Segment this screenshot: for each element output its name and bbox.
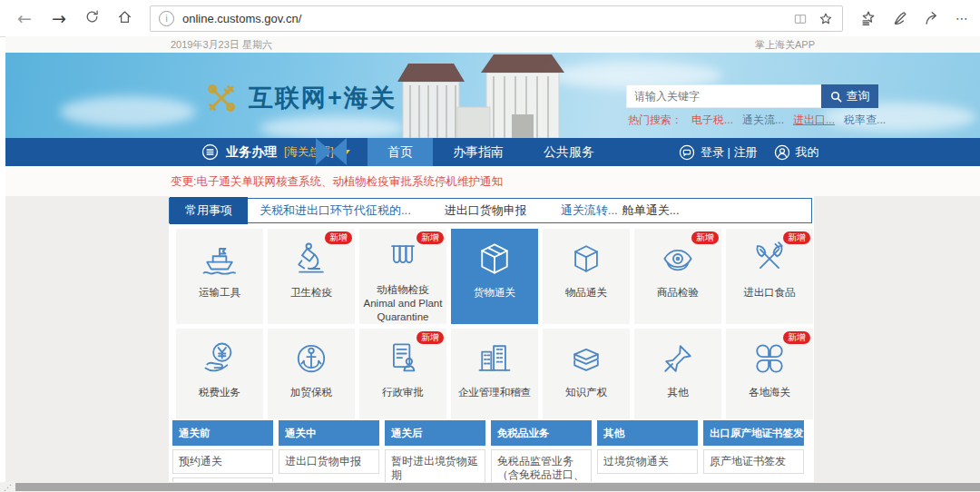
category-header[interactable]: 其他 [597,420,698,446]
service-card-8[interactable]: 加贸保税 [268,329,355,419]
service-label: 物品通关 [563,286,610,300]
mobile-app-link[interactable]: 掌上海关APP [755,38,815,52]
category-column-1: 通关中进出口货物申报 [279,420,379,474]
new-badge: 新增 [783,331,810,344]
service-label: 商品检验 [654,286,701,300]
my-account-link[interactable]: 我的 [774,144,819,161]
category-item[interactable]: 原产地证书签发 [703,449,804,474]
service-label: 进出口食品 [740,286,799,300]
site-topbar: 2019年3月23日 星期六 掌上海关APP [5,36,980,53]
service-card-10[interactable]: 企业管理和稽查 [451,329,538,419]
tab-1[interactable]: 关税和进出口环节代征税的... [260,202,411,219]
service-card-3[interactable]: 货物通关 [451,229,538,324]
hot-search-row: 热门搜索： 电子税...通关流...进出口...税率查... [628,113,886,128]
test-tubes-icon [383,237,423,278]
login-register-link[interactable]: 登录 | 注册 [679,144,758,161]
service-card-13[interactable]: 各地海关新增 [726,329,813,419]
forward-icon[interactable]: → [47,6,71,30]
search-button[interactable]: 查询 [821,84,878,108]
hot-search-link-2[interactable]: 进出口... [793,113,835,128]
favorite-star-icon[interactable] [818,12,833,26]
service-label: 其他 [665,386,691,399]
user-icon [774,144,790,161]
main-content: 常用事项关税和进出口环节代征税的...进出口货物申报通关流转...舱单通关...… [169,196,814,492]
menu-circle-icon [201,143,219,161]
account-area: 登录 | 注册 我的 [679,138,819,166]
category-header[interactable]: 免税品业务 [491,420,592,446]
category-item[interactable]: 预约通关 [172,449,273,474]
site-title: 互联网+海关 [249,82,397,114]
url-text[interactable]: online.customs.gov.cn/ [182,12,793,25]
date-label: 2019年3月23日 星期六 [171,38,272,52]
tab-2[interactable]: 进出口货物申报 [445,202,527,219]
service-card-9[interactable]: 行政审批新增 [359,329,446,419]
microscope-icon [291,237,331,280]
new-badge: 新增 [416,331,444,344]
site-logo[interactable]: 互联网+海关 [201,80,397,116]
category-tabs: 常用事项关税和进出口环节代征税的...进出口货物申报通关流转...舱单通关... [169,198,812,223]
service-card-1[interactable]: 卫生检疫新增 [268,229,355,324]
service-label: 知识产权 [563,386,610,399]
category-header[interactable]: 通关前 [172,420,273,446]
back-icon[interactable]: ← [13,6,36,30]
scrollbar-corner: ⋰ [4,483,12,492]
home-icon[interactable] [113,6,136,30]
hot-search-link-3[interactable]: 税率查... [844,113,886,128]
service-label: 动植物检疫 Animal and Plant Quarantine [359,283,446,324]
hot-search-link-1[interactable]: 通关流... [742,113,784,128]
category-header[interactable]: 通关中 [279,420,379,446]
tab-3[interactable]: 通关流转... [561,202,618,219]
service-card-0[interactable]: 运输工具 [176,229,263,324]
category-item[interactable]: 进出口货物申报 [279,449,379,474]
service-label: 运输工具 [196,286,243,300]
document-approval-icon [383,337,423,380]
nav-item-0[interactable]: 首页 [368,138,433,166]
chat-bubble-icon [679,144,695,161]
address-bar[interactable]: i online.customs.gov.cn/ [150,5,843,32]
books-icon [566,337,606,380]
search-input[interactable] [626,84,823,108]
service-card-4[interactable]: 物品通关 [543,229,630,324]
building-icon [475,337,514,380]
service-card-2[interactable]: 动植物检疫 Animal and Plant Quarantine新增 [359,229,446,324]
eye-icon [658,237,698,280]
scrollbar-thumb[interactable] [15,483,980,491]
share-icon[interactable] [924,10,940,26]
anchor-icon [291,337,331,380]
new-badge: 新增 [783,231,810,244]
cutlery-icon [750,237,789,280]
cloud-decoration [60,96,196,127]
favorites-hub-icon[interactable] [860,10,877,26]
category-header[interactable]: 通关后 [385,420,485,446]
horizontal-scrollbar[interactable]: ⋰ [0,482,980,492]
service-card-5[interactable]: 商品检验新增 [634,229,721,324]
service-card-12[interactable]: 其他 [634,329,721,419]
package-icon [475,237,514,280]
tab-4[interactable]: 舱单通关... [622,202,680,219]
notice-link[interactable]: 变更:电子通关单联网核查系统、动植物检疫审批系统停机维护通知 [171,174,503,190]
service-card-6[interactable]: 进出口食品新增 [726,229,813,324]
more-menu-icon[interactable]: ⋯ [956,11,969,25]
browser-window: ← → i online.customs.gov.cn/ ⋯ 2019年3月23… [0,0,980,492]
site-header-banner: 互联网+海关 查询 热门搜索： 电子税...通关流...进出口...税率查... [5,53,980,138]
nav-item-1[interactable]: 办事指南 [433,138,524,166]
refresh-icon[interactable] [80,6,103,30]
category-item[interactable]: 过境货物通关 [597,449,698,474]
business-menu-label: 业务办理 [226,144,277,161]
category-column-4: 其他过境货物通关 [597,420,698,474]
hot-search-link-0[interactable]: 电子税... [691,113,733,128]
tab-0[interactable]: 常用事项 [170,197,248,224]
new-badge: 新增 [691,231,719,244]
service-label: 加贸保税 [288,386,335,399]
site-info-icon[interactable]: i [159,11,174,26]
reading-view-icon[interactable] [793,12,808,26]
clover-icon [750,337,789,380]
category-column-2: 通关后暂时进出境货物延期 [385,420,485,487]
nav-item-2[interactable]: 公共服务 [524,138,614,166]
service-label: 各地海关 [746,386,793,399]
category-header[interactable]: 出口原产地证书签发 [703,420,804,446]
service-card-7[interactable]: 税费业务 [176,329,263,419]
service-card-11[interactable]: 知识产权 [543,329,630,419]
annotate-pen-icon[interactable] [892,10,908,26]
category-column-5: 出口原产地证书签发原产地证书签发 [703,420,804,474]
